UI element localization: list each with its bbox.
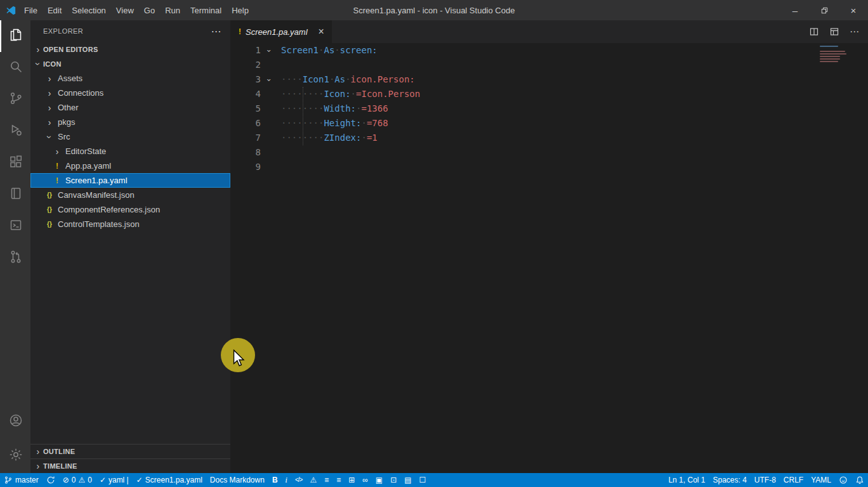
timeline-section[interactable]: › TIMELINE — [30, 458, 230, 473]
sync-status[interactable] — [43, 473, 59, 487]
tree-item-label: ControlTemplates.json — [58, 219, 140, 229]
fold-chevron-icon[interactable]: › — [265, 48, 273, 53]
language-mode[interactable]: YAML — [807, 473, 835, 487]
numbered-list-button[interactable]: ≡ — [320, 473, 332, 487]
code-text: ········Height:·=768 — [277, 116, 388, 131]
checkbox-button[interactable]: ⊞ — [345, 473, 358, 487]
activity-explorer[interactable] — [0, 20, 30, 52]
code-line-9[interactable]: 9 — [231, 160, 868, 174]
menu-edit[interactable]: Edit — [43, 3, 67, 18]
tab-screen1-pa-yaml[interactable]: ! Screen1.pa.yaml × — [231, 20, 332, 43]
tree-item-canvasmanifest-json[interactable]: {}CanvasManifest.json — [30, 188, 230, 202]
activity-pull-requests[interactable] — [0, 242, 30, 274]
activity-search[interactable] — [0, 52, 30, 84]
tree-item-src[interactable]: ›Src — [30, 129, 230, 144]
tree-item-componentreferences-json[interactable]: {}ComponentReferences.json — [30, 202, 230, 217]
restore-button[interactable] — [810, 0, 839, 20]
git-branch-status[interactable]: master — [0, 473, 43, 487]
tree-item-other[interactable]: ›Other — [30, 100, 230, 115]
tree-item-connections[interactable]: ›Connections — [30, 86, 230, 100]
fold-column — [261, 145, 277, 160]
activity-bar — [0, 20, 30, 473]
line-number: 9 — [231, 160, 261, 174]
code-line-6[interactable]: 6········Height:·=768 — [231, 116, 868, 131]
root-folder-section[interactable]: › ICON — [30, 56, 230, 71]
yaml-status[interactable]: ✓yaml | — [96, 473, 133, 487]
customize-layout-icon[interactable] — [829, 27, 839, 37]
status-text: master — [15, 476, 39, 484]
fold-column — [261, 58, 277, 72]
chevron-right-icon: › — [44, 74, 55, 83]
notifications[interactable] — [852, 473, 868, 487]
code-line-5[interactable]: 5········Width:·=1366 — [231, 101, 868, 116]
activity-extensions[interactable] — [0, 147, 30, 179]
indent-guide — [303, 87, 303, 145]
fold-chevron-icon[interactable]: › — [265, 77, 273, 82]
italic-button[interactable]: i — [282, 473, 291, 487]
tab-close-icon[interactable]: × — [319, 27, 324, 37]
tree-item-controltemplates-json[interactable]: {}ControlTemplates.json — [30, 217, 230, 231]
activity-settings[interactable] — [0, 439, 30, 473]
alert-button[interactable]: ⚠ — [306, 473, 320, 487]
menu-file[interactable]: File — [19, 3, 43, 18]
tree-item-editorstate[interactable]: ›EditorState — [30, 144, 230, 159]
code-text: Screen1·As·screen: — [277, 43, 378, 58]
bullet-list-button[interactable]: ≡ — [332, 473, 345, 487]
table-button[interactable]: ☐ — [416, 473, 430, 487]
menu-help[interactable]: Help — [227, 3, 254, 18]
minimize-button[interactable]: – — [780, 0, 810, 20]
chevron-right-icon: › — [33, 447, 43, 456]
code-editor[interactable]: 1›Screen1·As·screen:23›····Icon1·As·icon… — [231, 43, 868, 473]
tree-item-pkgs[interactable]: ›pkgs — [30, 115, 230, 129]
activity-account[interactable] — [0, 405, 30, 439]
menu-go[interactable]: Go — [139, 3, 160, 18]
status-text: yaml | — [109, 476, 129, 484]
image-button[interactable]: ▣ — [372, 473, 386, 487]
line-number: 7 — [231, 131, 261, 145]
lock-button[interactable]: ⊡ — [386, 473, 400, 487]
more-actions-icon[interactable]: ⋯ — [211, 25, 221, 37]
code-line-3[interactable]: 3›····Icon1·As·icon.Person: — [231, 72, 868, 87]
export-icon: ▣ — [376, 476, 383, 484]
schema-status[interactable]: ✓Screen1.pa.yaml — [133, 473, 206, 487]
tree-item-screen1-pa-yaml[interactable]: !Screen1.pa.yaml — [30, 173, 230, 188]
cursor-position[interactable]: Ln 1, Col 1 — [664, 473, 709, 487]
activity-bar-bottom — [0, 405, 30, 473]
split-editor-icon[interactable] — [809, 27, 819, 37]
tree-item-assets[interactable]: ›Assets — [30, 71, 230, 86]
feedback[interactable] — [835, 473, 852, 487]
code-line-4[interactable]: 4········Icon:·=Icon.Person — [231, 87, 868, 101]
activity-notebook[interactable] — [0, 179, 30, 211]
outline-section[interactable]: › OUTLINE — [30, 444, 230, 458]
menu-terminal[interactable]: Terminal — [185, 3, 227, 18]
minimap[interactable] — [820, 46, 858, 68]
docs-markdown-status[interactable]: Docs Markdown — [206, 473, 268, 487]
more-actions-icon[interactable]: ⋯ — [850, 26, 859, 37]
feedback-icon — [839, 476, 848, 484]
menu-view[interactable]: View — [111, 3, 139, 18]
preview-button[interactable]: ▤ — [400, 473, 415, 487]
encoding[interactable]: UTF-8 — [751, 473, 780, 487]
problems-status[interactable]: ⊘0⚠0 — [59, 473, 96, 487]
code-line-1[interactable]: 1›Screen1·As·screen: — [231, 43, 868, 58]
code-line-7[interactable]: 7········ZIndex:·=1 — [231, 131, 868, 145]
indentation[interactable]: Spaces: 4 — [709, 473, 750, 487]
json-file-icon: {} — [44, 192, 55, 198]
link-button[interactable]: ∞ — [358, 473, 372, 487]
notebook-icon — [8, 186, 23, 204]
bold-button[interactable]: B — [268, 473, 282, 487]
code-line-8[interactable]: 8 — [231, 145, 868, 160]
link-icon: ∞ — [362, 476, 368, 484]
code-line-2[interactable]: 2 — [231, 58, 868, 72]
code-button[interactable]: </> — [291, 473, 306, 487]
activity-terminal[interactable] — [0, 211, 30, 242]
menu-run[interactable]: Run — [160, 3, 185, 18]
activity-run-and-debug[interactable] — [0, 115, 30, 147]
status-bar-left: master⊘0⚠0✓yaml |✓Screen1.pa.yamlDocs Ma… — [0, 473, 430, 487]
menu-selection[interactable]: Selection — [67, 3, 110, 18]
open-editors-section[interactable]: › OPEN EDITORS — [30, 42, 230, 56]
tree-item-app-pa-yaml[interactable]: !App.pa.yaml — [30, 159, 230, 173]
activity-source-control[interactable] — [0, 84, 30, 115]
close-button[interactable]: × — [839, 0, 868, 20]
eol-sequence[interactable]: CRLF — [780, 473, 807, 487]
